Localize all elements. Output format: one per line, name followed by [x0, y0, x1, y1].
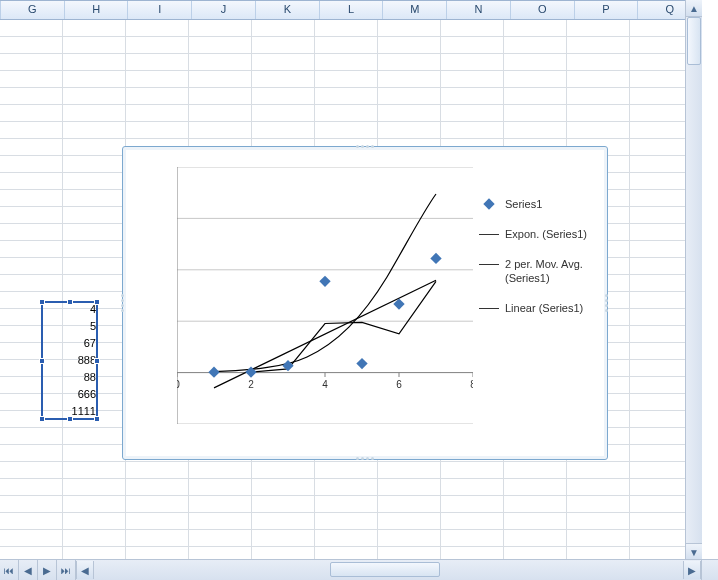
- chart-legend[interactable]: Series1 Expon. (Series1) 2 per. Mov. Avg…: [479, 197, 599, 315]
- column-header[interactable]: N: [447, 1, 511, 19]
- scroll-thumb[interactable]: [330, 562, 440, 577]
- horizontal-scrollbar[interactable]: ◀ ▶: [76, 560, 701, 580]
- scroll-thumb[interactable]: [687, 17, 701, 65]
- tab-first-button[interactable]: ⏮: [0, 560, 19, 580]
- legend-entry-moving-average[interactable]: 2 per. Mov. Avg. (Series1): [479, 257, 599, 285]
- column-header[interactable]: L: [320, 1, 384, 19]
- chart-resize-handle[interactable]: [356, 145, 374, 149]
- legend-entry-exponential[interactable]: Expon. (Series1): [479, 227, 599, 241]
- selection-handle[interactable]: [39, 416, 45, 422]
- plot-area[interactable]: -500 0 500 1000 1500 2000 0 2 4 6 8: [177, 167, 473, 424]
- diamond-marker-icon: [479, 197, 499, 211]
- svg-text:8: 8: [470, 379, 473, 390]
- tab-prev-button[interactable]: ◀: [19, 560, 38, 580]
- svg-rect-27: [356, 358, 367, 369]
- embedded-chart[interactable]: -500 0 500 1000 1500 2000 0 2 4 6 8: [122, 146, 608, 460]
- svg-rect-23: [208, 367, 219, 378]
- scroll-up-button[interactable]: ▲: [686, 0, 702, 17]
- column-header[interactable]: P: [575, 1, 639, 19]
- worksheet-area: G H I J K L M N O P Q 4 5 67 888 88 666 …: [0, 0, 702, 560]
- svg-text:4: 4: [322, 379, 328, 390]
- column-header[interactable]: K: [256, 1, 320, 19]
- chart-resize-handle[interactable]: [356, 457, 374, 461]
- tab-last-button[interactable]: ⏭: [57, 560, 76, 580]
- scroll-down-button[interactable]: ▼: [686, 543, 702, 560]
- column-header[interactable]: O: [511, 1, 575, 19]
- svg-text:2: 2: [248, 379, 254, 390]
- legend-label: Linear (Series1): [505, 301, 583, 315]
- selection-handle[interactable]: [67, 299, 73, 305]
- data-series-points: [208, 253, 441, 378]
- scroll-right-button[interactable]: ▶: [683, 561, 701, 579]
- source-data-selection[interactable]: [41, 301, 98, 420]
- selection-handle[interactable]: [94, 416, 100, 422]
- selection-handle[interactable]: [39, 358, 45, 364]
- legend-entry-linear[interactable]: Linear (Series1): [479, 301, 599, 315]
- tab-next-button[interactable]: ▶: [38, 560, 57, 580]
- legend-label: Series1: [505, 197, 542, 211]
- chart-resize-handle[interactable]: [605, 294, 609, 312]
- selection-handle[interactable]: [94, 358, 100, 364]
- line-marker-icon: [479, 308, 499, 309]
- svg-text:6: 6: [396, 379, 402, 390]
- legend-label: 2 per. Mov. Avg. (Series1): [505, 257, 599, 285]
- cell-grid[interactable]: 4 5 67 888 88 666 1111: [0, 20, 702, 560]
- column-header[interactable]: J: [192, 1, 256, 19]
- scroll-left-button[interactable]: ◀: [76, 561, 94, 579]
- column-header[interactable]: I: [128, 1, 192, 19]
- svg-rect-26: [319, 276, 330, 287]
- chart-resize-handle[interactable]: [121, 294, 125, 312]
- sheet-tab-nav: ⏮ ◀ ▶ ⏭: [0, 560, 76, 580]
- svg-rect-29: [430, 253, 441, 264]
- column-header[interactable]: M: [383, 1, 447, 19]
- column-header[interactable]: H: [65, 1, 129, 19]
- svg-text:0: 0: [177, 379, 180, 390]
- moving-average-trendline: [251, 281, 436, 372]
- line-marker-icon: [479, 234, 499, 235]
- legend-label: Expon. (Series1): [505, 227, 587, 241]
- scroll-track[interactable]: [94, 561, 683, 579]
- scroll-corner: [701, 560, 718, 580]
- selection-handle[interactable]: [94, 299, 100, 305]
- legend-entry-series[interactable]: Series1: [479, 197, 599, 211]
- column-headers: G H I J K L M N O P Q: [0, 0, 702, 20]
- selection-handle[interactable]: [67, 416, 73, 422]
- vertical-scrollbar[interactable]: ▲ ▼: [685, 0, 702, 560]
- selection-handle[interactable]: [39, 299, 45, 305]
- sheet-bottom-bar: ⏮ ◀ ▶ ⏭ ◀ ▶: [0, 559, 718, 580]
- line-marker-icon: [479, 264, 499, 265]
- column-header[interactable]: G: [0, 1, 65, 19]
